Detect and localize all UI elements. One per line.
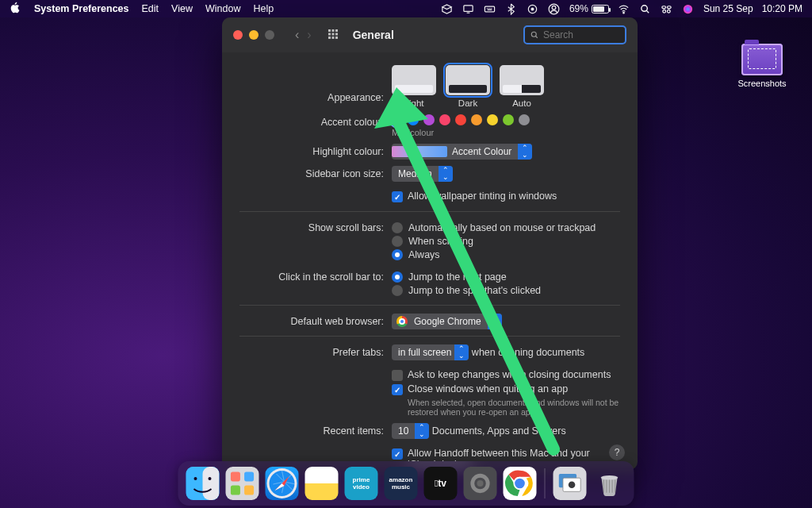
battery-pct: 69% xyxy=(569,3,588,14)
svg-rect-21 xyxy=(335,37,338,39)
dock: primevideo amazonmusic tv xyxy=(178,461,634,506)
sidebar-size-select[interactable]: Medium xyxy=(392,166,453,182)
search-field[interactable] xyxy=(523,25,626,44)
record-icon[interactable] xyxy=(527,2,539,15)
menu-edit[interactable]: Edit xyxy=(142,3,159,14)
accent-multicolor[interactable] xyxy=(392,114,403,125)
desktop-folder-screenshots[interactable]: Screenshots xyxy=(734,44,790,88)
svg-rect-20 xyxy=(331,37,334,39)
recent-select[interactable]: 10 xyxy=(392,423,429,439)
dock-amazon-music[interactable]: amazonmusic xyxy=(385,467,418,500)
scroll-auto-radio[interactable]: Automatically based on mouse or trackpad xyxy=(392,222,620,233)
svg-rect-29 xyxy=(231,486,240,495)
accent-purple[interactable] xyxy=(423,114,435,125)
svg-rect-19 xyxy=(328,37,331,39)
svg-rect-24 xyxy=(203,467,220,500)
accent-sublabel: Multicolour xyxy=(392,128,620,137)
forward-button[interactable]: › xyxy=(305,28,312,42)
wallpaper-tint-checkbox[interactable]: Allow wallpaper tinting in windows xyxy=(392,190,620,202)
prefer-tabs-select[interactable]: in full screen xyxy=(392,344,469,360)
search-icon xyxy=(530,30,539,40)
menu-help[interactable]: Help xyxy=(253,3,274,14)
accent-graphite[interactable] xyxy=(519,114,530,125)
keyboard-icon[interactable] xyxy=(484,2,496,15)
svg-point-10 xyxy=(663,10,666,13)
help-button[interactable]: ? xyxy=(609,444,625,460)
wifi-icon[interactable] xyxy=(618,2,630,15)
accent-yellow[interactable] xyxy=(487,114,498,125)
dock-prime-video[interactable]: primevideo xyxy=(345,467,378,500)
close-windows-checkbox[interactable]: Close windows when quitting an app xyxy=(392,383,620,395)
user-icon[interactable] xyxy=(548,2,561,15)
back-button[interactable]: ‹ xyxy=(293,28,301,42)
accent-swatches xyxy=(392,114,620,125)
minimize-button[interactable] xyxy=(249,30,259,40)
prefer-tabs-suffix: when opening documents xyxy=(472,347,584,358)
svg-point-34 xyxy=(477,480,483,487)
svg-point-4 xyxy=(553,6,557,10)
accent-pink[interactable] xyxy=(439,114,450,125)
recent-label: Recent items: xyxy=(239,423,392,437)
dock-apple-tv[interactable]: tv xyxy=(424,467,458,500)
svg-point-11 xyxy=(668,10,671,13)
svg-rect-1 xyxy=(485,6,495,12)
battery-status[interactable]: 69% xyxy=(569,3,609,14)
menubar-date[interactable]: Sun 25 Sep xyxy=(703,3,753,14)
svg-rect-15 xyxy=(335,29,338,32)
highlight-label: Highlight colour: xyxy=(239,144,392,157)
click-spot-radio[interactable]: Jump to the spot that's clicked xyxy=(392,285,620,296)
appearance-label: Appearance: xyxy=(239,70,392,103)
dock-finder[interactable] xyxy=(186,467,220,500)
appearance-light[interactable]: Light xyxy=(392,65,436,108)
dock-safari[interactable] xyxy=(266,467,299,500)
bluetooth-icon[interactable] xyxy=(505,2,518,15)
dock-preview-app[interactable] xyxy=(553,467,587,500)
accent-green[interactable] xyxy=(503,114,514,125)
system-preferences-window: ‹ › General Appearance: Light Dark Auto xyxy=(222,17,638,470)
control-center-icon[interactable] xyxy=(661,2,673,15)
window-toolbar: ‹ › General xyxy=(222,17,638,52)
dropbox-icon[interactable] xyxy=(441,2,454,15)
appearance-auto[interactable]: Auto xyxy=(500,65,544,108)
dock-settings[interactable] xyxy=(464,467,497,500)
search-input[interactable] xyxy=(543,29,615,40)
scroll-always-radio[interactable]: Always xyxy=(392,249,620,260)
menu-window[interactable]: Window xyxy=(205,3,240,14)
dock-trash[interactable] xyxy=(593,467,626,500)
close-button[interactable] xyxy=(233,30,243,40)
folder-icon xyxy=(741,44,783,75)
ask-keep-checkbox[interactable]: Ask to keep changes when closing documen… xyxy=(392,369,620,381)
dock-launchpad[interactable] xyxy=(226,467,259,500)
battery-icon xyxy=(592,5,609,13)
close-windows-subtext: When selected, open documents and window… xyxy=(408,398,620,417)
accent-red[interactable] xyxy=(455,114,466,125)
menu-view[interactable]: View xyxy=(171,3,193,14)
display-icon[interactable] xyxy=(462,2,475,15)
svg-point-7 xyxy=(642,5,648,11)
dock-notes[interactable] xyxy=(305,467,339,500)
dock-separator xyxy=(545,468,546,498)
show-all-button[interactable] xyxy=(327,29,339,42)
siri-icon[interactable] xyxy=(682,2,695,15)
svg-point-12 xyxy=(684,4,692,13)
scroll-when-radio[interactable]: When scrolling xyxy=(392,236,620,247)
svg-point-6 xyxy=(623,12,625,13)
menubar-time[interactable]: 10:20 PM xyxy=(762,3,802,14)
recent-suffix: Documents, Apps and Servers xyxy=(432,425,566,437)
svg-rect-0 xyxy=(464,5,473,11)
highlight-select[interactable]: Accent Colour xyxy=(392,144,532,160)
click-next-radio[interactable]: Jump to the next page xyxy=(392,271,620,283)
svg-rect-13 xyxy=(328,29,331,32)
svg-rect-16 xyxy=(328,33,331,35)
accent-orange[interactable] xyxy=(471,114,482,125)
accent-blue[interactable] xyxy=(408,114,419,125)
apple-menu[interactable] xyxy=(10,2,21,16)
search-icon[interactable] xyxy=(639,2,652,15)
appearance-dark[interactable]: Dark xyxy=(446,65,490,108)
app-name[interactable]: System Preferences xyxy=(34,3,129,14)
browser-select[interactable]: Google Chrome xyxy=(392,314,502,329)
zoom-button[interactable] xyxy=(265,30,274,40)
svg-point-25 xyxy=(194,477,197,480)
click-scroll-label: Click in the scroll bar to: xyxy=(239,269,392,283)
dock-chrome[interactable] xyxy=(504,467,537,500)
